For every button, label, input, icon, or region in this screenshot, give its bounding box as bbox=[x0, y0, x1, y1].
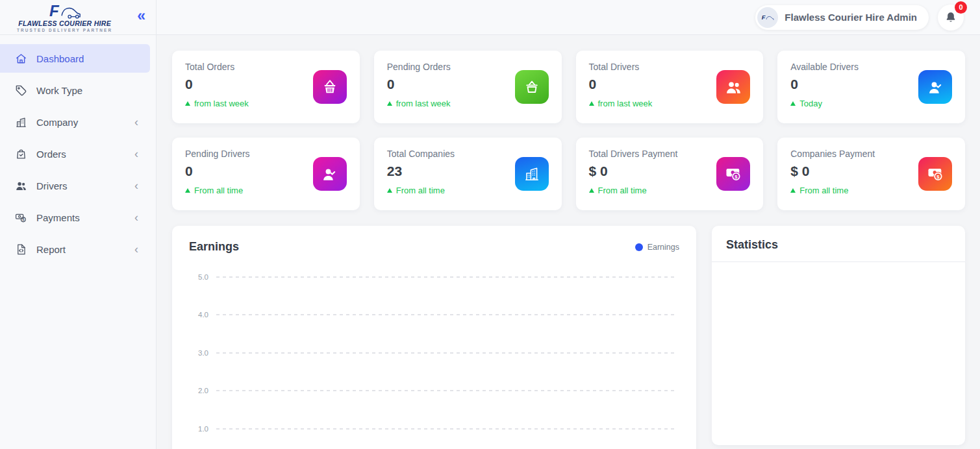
stat-cards-grid: Total Orders 0 from last week bbox=[172, 51, 965, 210]
stat-note: From all time bbox=[185, 186, 250, 195]
svg-text:$: $ bbox=[22, 218, 24, 221]
people-icon bbox=[716, 70, 750, 104]
earnings-header: Earnings Earnings bbox=[189, 240, 679, 254]
stat-card-total-companies: Total Companies 23 From all time bbox=[374, 138, 562, 210]
gridline-row: 5.0 bbox=[189, 273, 674, 281]
y-tick-label: 1.0 bbox=[189, 425, 208, 433]
basket-outline-icon bbox=[515, 70, 549, 104]
stat-title: Available Drivers bbox=[790, 62, 859, 72]
up-arrow-icon bbox=[589, 188, 594, 193]
stat-title: Total Orders bbox=[185, 62, 249, 72]
y-tick-label: 4.0 bbox=[189, 311, 208, 319]
gridline bbox=[216, 428, 674, 430]
sidebar-item-company[interactable]: Company ‹ bbox=[0, 108, 150, 136]
stat-value: 0 bbox=[185, 164, 250, 179]
stat-title: Total Companies bbox=[387, 149, 455, 159]
earnings-title: Earnings bbox=[189, 240, 239, 254]
brand-logo: F FLAWLESS COURIER HIRE TRUSTED DELIVERY… bbox=[17, 2, 112, 33]
stat-card-pending-orders: Pending Orders 0 from last week bbox=[374, 51, 562, 123]
chevron-left-icon: ‹ bbox=[134, 243, 138, 256]
up-arrow-icon bbox=[790, 101, 796, 106]
truck-logo-icon: F bbox=[45, 2, 85, 19]
main-area: F Flawless Courier Hire Admin 0 Total Or… bbox=[157, 0, 980, 449]
stat-value: $ 0 bbox=[790, 164, 875, 179]
sidebar-item-orders[interactable]: Orders ‹ bbox=[0, 140, 150, 168]
stat-card-pending-drivers: Pending Drivers 0 From all time bbox=[172, 138, 360, 210]
earnings-chart: 5.0 4.0 3.0 2.0 bbox=[189, 273, 679, 449]
home-icon bbox=[15, 53, 27, 65]
statistics-title: Statistics bbox=[726, 238, 951, 252]
sidebar-item-work-type[interactable]: Work Type bbox=[0, 76, 150, 104]
stat-note: Today bbox=[790, 99, 859, 108]
stat-card-available-drivers: Available Drivers 0 Today bbox=[777, 51, 965, 123]
sidebar-item-dashboard[interactable]: Dashboard bbox=[0, 44, 150, 73]
bell-icon bbox=[944, 11, 957, 24]
up-arrow-icon bbox=[589, 101, 594, 106]
gridline-row: 4.0 bbox=[189, 311, 674, 319]
gridline-row: 1.0 bbox=[189, 425, 674, 433]
gridline bbox=[216, 314, 674, 315]
notifications-button[interactable]: 0 bbox=[938, 5, 964, 30]
orders-bag-icon bbox=[15, 148, 27, 160]
buildings-icon bbox=[515, 157, 549, 191]
stat-note: from last week bbox=[589, 99, 653, 108]
sidebar-menu: Dashboard Work Type Company ‹ bbox=[0, 35, 156, 263]
top-bar: F Flawless Courier Hire Admin 0 bbox=[157, 0, 980, 35]
earnings-legend: Earnings bbox=[635, 243, 679, 252]
person-check-icon bbox=[918, 70, 952, 104]
stat-title: Companies Payment bbox=[790, 149, 875, 159]
stat-title: Total Drivers bbox=[589, 62, 653, 72]
stat-note: from last week bbox=[387, 99, 451, 108]
up-arrow-icon bbox=[790, 188, 796, 193]
sidebar-item-payments[interactable]: $ Payments ‹ bbox=[0, 203, 150, 232]
stat-title: Pending Drivers bbox=[185, 149, 250, 159]
stat-value: 23 bbox=[387, 164, 455, 179]
payments-cash-icon: $ bbox=[15, 212, 27, 224]
sidebar-item-report[interactable]: Report ‹ bbox=[0, 235, 150, 263]
stat-note: From all time bbox=[589, 186, 678, 195]
stat-card-total-drivers-payment: Total Drivers Payment $ 0 From all time bbox=[576, 138, 764, 210]
report-file-icon bbox=[15, 243, 27, 256]
stat-value: $ 0 bbox=[589, 164, 678, 179]
chevron-left-icon: ‹ bbox=[134, 115, 138, 129]
cash-coin-icon: $ bbox=[918, 157, 952, 191]
basket-filled-icon bbox=[313, 70, 347, 104]
sidebar-item-label: Work Type bbox=[36, 85, 82, 96]
sidebar-item-label: Company bbox=[36, 117, 78, 128]
stat-value: 0 bbox=[790, 77, 859, 92]
cash-coin-icon: $ bbox=[716, 157, 750, 191]
stat-note: from last week bbox=[185, 99, 249, 108]
stat-title: Total Drivers Payment bbox=[589, 149, 678, 159]
stat-card-companies-payment: Companies Payment $ 0 From all time bbox=[777, 138, 965, 210]
gridline-row: 3.0 bbox=[189, 349, 674, 357]
brand-tagline: TRUSTED DELIVERY PARTNER bbox=[17, 29, 112, 32]
legend-label: Earnings bbox=[647, 243, 679, 252]
svg-text:F: F bbox=[762, 14, 766, 21]
person-check-icon bbox=[313, 157, 347, 191]
stat-value: 0 bbox=[589, 77, 653, 92]
earnings-chart-card: Earnings Earnings 5.0 4.0 bbox=[172, 226, 696, 449]
chevron-left-icon: ‹ bbox=[134, 179, 138, 193]
statistics-card: Statistics bbox=[712, 226, 965, 445]
user-name: Flawless Courier Hire Admin bbox=[785, 12, 917, 23]
gridline bbox=[216, 352, 674, 354]
company-buildings-icon bbox=[15, 116, 27, 128]
stat-title: Pending Orders bbox=[387, 62, 451, 72]
statistics-body bbox=[712, 262, 965, 444]
up-arrow-icon bbox=[185, 188, 190, 193]
chevron-left-icon: ‹ bbox=[134, 147, 138, 161]
notification-badge: 0 bbox=[955, 1, 967, 14]
user-menu-button[interactable]: F Flawless Courier Hire Admin bbox=[755, 5, 929, 30]
brand-name: FLAWLESS COURIER HIRE bbox=[18, 20, 111, 27]
y-tick-label: 2.0 bbox=[189, 387, 208, 394]
y-tick-label: 5.0 bbox=[189, 273, 208, 281]
legend-dot-icon bbox=[635, 243, 643, 251]
sidebar-collapse-button[interactable]: « bbox=[137, 8, 145, 26]
statistics-header: Statistics bbox=[712, 226, 965, 262]
gridline bbox=[216, 276, 674, 278]
stat-note: From all time bbox=[790, 186, 875, 195]
stat-value: 0 bbox=[387, 77, 451, 92]
stat-value: 0 bbox=[185, 77, 249, 92]
sidebar-item-drivers[interactable]: Drivers ‹ bbox=[0, 171, 150, 200]
sidebar: F FLAWLESS COURIER HIRE TRUSTED DELIVERY… bbox=[0, 0, 157, 449]
